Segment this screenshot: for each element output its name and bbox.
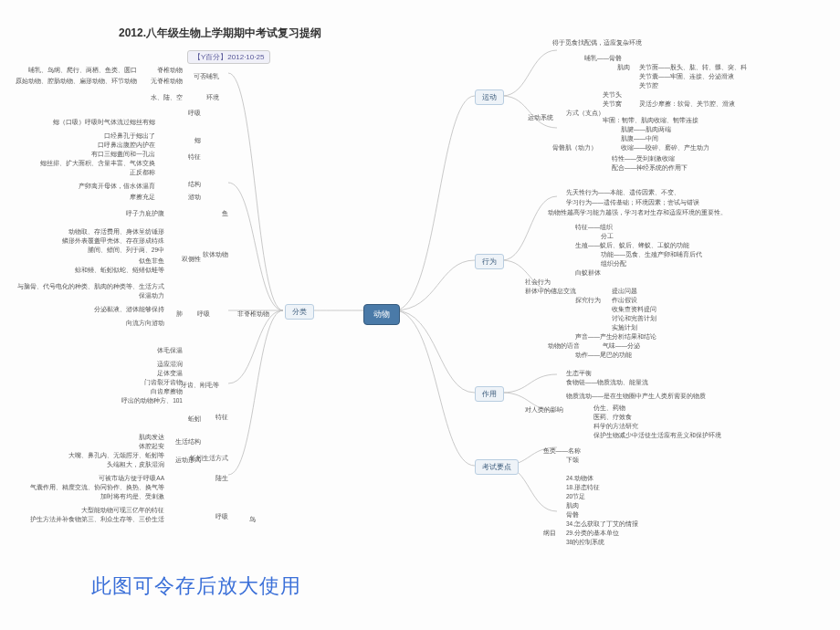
leaf: 白齿摩擦物 bbox=[151, 388, 183, 396]
leaf: 关节腔 bbox=[639, 82, 658, 90]
leaf: 可被市场方便于呼吸AA bbox=[99, 475, 164, 483]
leaf: 呼出的动物种方、101 bbox=[121, 397, 183, 405]
leaf: 功能——觅食、生殖产卵和哺育后代 bbox=[601, 251, 702, 259]
leaf: 18.形态特征 bbox=[566, 484, 600, 492]
leaf: 29.分类的基本单位 bbox=[566, 530, 619, 538]
leaf: 鲸和鳗、蚯蚓似蛇、鲢鳝似蛙等 bbox=[75, 267, 164, 275]
leaf: 口经鼻孔于鳃出了 bbox=[104, 132, 155, 141]
leaf: 体腔起安 bbox=[139, 443, 164, 451]
leaf: 作出假设 bbox=[612, 297, 637, 305]
leaf: 生态平衡 bbox=[566, 370, 592, 378]
leaf: 鳃 bbox=[194, 137, 201, 145]
leaf: 对人类的影响 bbox=[525, 406, 563, 415]
leaf: 38的控制系统 bbox=[566, 539, 604, 547]
leaf: 摩擦充足 bbox=[130, 194, 155, 202]
branch-r1: 运动 bbox=[475, 89, 504, 105]
leaf: 肌肉发达 bbox=[139, 434, 164, 442]
leaf: 呼吸 bbox=[197, 310, 210, 319]
leaf: 关节窝 bbox=[603, 100, 622, 109]
leaf: 关节囊——牢固、连接、分泌滑液 bbox=[639, 73, 734, 81]
leaf: 分泌黏液、游体能够保持 bbox=[94, 306, 164, 314]
leaf: 特征 bbox=[188, 153, 201, 162]
leaf: 动物的语音 bbox=[548, 342, 580, 351]
leaf: 足体变温 bbox=[157, 370, 183, 378]
leaf: 鳃丝排、扩大面积、含量丰富、气体交换 bbox=[40, 160, 155, 168]
branch-r4: 考试要点 bbox=[475, 459, 519, 475]
leaf: 肌肉 bbox=[566, 502, 579, 510]
leaf: 下颌 bbox=[566, 457, 579, 465]
leaf: 收缩——咬碎、磨碎、产生动力 bbox=[621, 144, 709, 152]
leaf: 动物性越高学习能力越强，学习者对生存和适应环境的重要性。 bbox=[548, 209, 727, 217]
leaf: 灵活少摩擦：软骨、关节腔、滑液 bbox=[639, 100, 735, 109]
leaf: 大型能动物可现三亿年的特征 bbox=[81, 507, 164, 515]
leaf: 肌腱——肌肉两端 bbox=[621, 126, 671, 134]
leaf: 特征——组织 bbox=[575, 224, 613, 232]
leaf: 护生方法并补食物第三、利众生存等、三价生活 bbox=[30, 516, 164, 524]
leaf: 动作——尾巴的功能 bbox=[575, 352, 632, 360]
leaf: 鸟 bbox=[249, 516, 256, 524]
leaf: 陆生 bbox=[215, 475, 228, 483]
leaf: 双侧性 bbox=[182, 256, 201, 264]
leaf: 动物取、存活费用、身体呈纺锤形 bbox=[68, 228, 164, 236]
leaf: 体毛保温 bbox=[157, 347, 183, 355]
leaf: 呼吸 bbox=[215, 513, 228, 521]
leaf: 实施计划 bbox=[612, 324, 637, 332]
leaf: 鱼类——名称 bbox=[543, 447, 581, 456]
leaf: 得于觅食找配偶，适应复杂环境 bbox=[552, 39, 642, 47]
leaf: 特征 bbox=[215, 414, 228, 422]
leaf: 头端粗大，皮肤湿润 bbox=[107, 461, 164, 469]
leaf: 呼子力庇护腹 bbox=[126, 210, 164, 218]
leaf: 生活结构 bbox=[175, 438, 201, 446]
leaf: 方式（支点） bbox=[566, 110, 604, 118]
leaf: 可否哺乳 bbox=[194, 73, 219, 81]
leaf: 骨骼肌（动力） bbox=[552, 144, 597, 152]
leaf: 环境 bbox=[206, 94, 219, 102]
leaf: 关节头 bbox=[603, 91, 622, 100]
leaf: 鳞形外表覆盖甲壳体、存在形成特殊 bbox=[62, 237, 164, 246]
leaf: 水、陆、空 bbox=[151, 94, 183, 102]
leaf: 鱼 bbox=[222, 210, 228, 218]
leaf: 门齿裂牙齿物 bbox=[144, 379, 183, 387]
leaf: 声音——产生 bbox=[575, 333, 613, 341]
leaf: 分工 bbox=[601, 233, 614, 241]
leaf: 配合——神经系统的作用下 bbox=[612, 164, 688, 173]
leaf: 鳃（口吸）呼吸时气体流过鳃丝有鳃 bbox=[53, 119, 155, 127]
leaf: 分析结果和结论 bbox=[612, 333, 656, 341]
leaf: 24.动物体 bbox=[566, 475, 593, 483]
leaf: 气味——分泌 bbox=[603, 342, 640, 351]
leaf: 收集查资料提问 bbox=[612, 306, 656, 314]
leaf: 肌腹——中间 bbox=[621, 135, 658, 143]
branch-r2: 行为 bbox=[475, 254, 504, 269]
leaf: 结构 bbox=[188, 181, 201, 189]
leaf: 仿生、药物 bbox=[593, 404, 625, 413]
leaf: 似鱼非鱼 bbox=[139, 257, 164, 266]
branch-r3: 作用 bbox=[475, 386, 504, 402]
leaf: 有口三鳃盖间和一孔出 bbox=[91, 151, 155, 159]
leaf: 牢固：韧带、肌肉收缩、韧带连接 bbox=[603, 117, 698, 125]
branch-left: 分类 bbox=[285, 304, 314, 320]
leaf: 呼吸 bbox=[188, 110, 201, 118]
leaf: 物质流动——是在生物圈中产生人类所需要的物质 bbox=[566, 393, 706, 401]
leaf: 特性——受到刺激收缩 bbox=[612, 155, 675, 163]
leaf: 牙齿、刚毛等 bbox=[181, 382, 219, 390]
leaf: 气囊作用、精度交流、协同协作、换热、换气等 bbox=[30, 484, 164, 492]
leaf: 提出问题 bbox=[612, 288, 637, 296]
leaf: 34.怎么获取了丁艾的情报 bbox=[566, 520, 638, 529]
leaf: 探究行为 bbox=[575, 297, 601, 305]
leaf: 正反都称 bbox=[130, 169, 155, 177]
leaf: 科学的方法研究 bbox=[593, 423, 638, 431]
leaf: 社会行为 bbox=[525, 278, 551, 287]
leaf: 20节足 bbox=[566, 493, 585, 501]
leaf: 组织分配 bbox=[601, 260, 626, 268]
leaf: 适应湿润 bbox=[157, 361, 183, 369]
leaf: 保温动力 bbox=[139, 292, 164, 300]
leaf: 加时将有均是、受刺激 bbox=[100, 493, 164, 501]
leaf: 肌肉 bbox=[617, 64, 630, 72]
leaf: 生殖——蚁后、蚁后、蜂蚁、工蚁的功能 bbox=[575, 242, 689, 250]
leaf: 口呼鼻出腹腔内护在 bbox=[98, 142, 155, 150]
leaf: 食物链——物质流动、能量流 bbox=[566, 379, 648, 387]
leaf: 医药、疗效食 bbox=[593, 414, 632, 422]
leaf: 无脊椎动物 bbox=[151, 78, 183, 86]
leaf: 白蚁群体 bbox=[575, 269, 601, 278]
leaf: 蚯蚓生活方式 bbox=[190, 455, 228, 463]
